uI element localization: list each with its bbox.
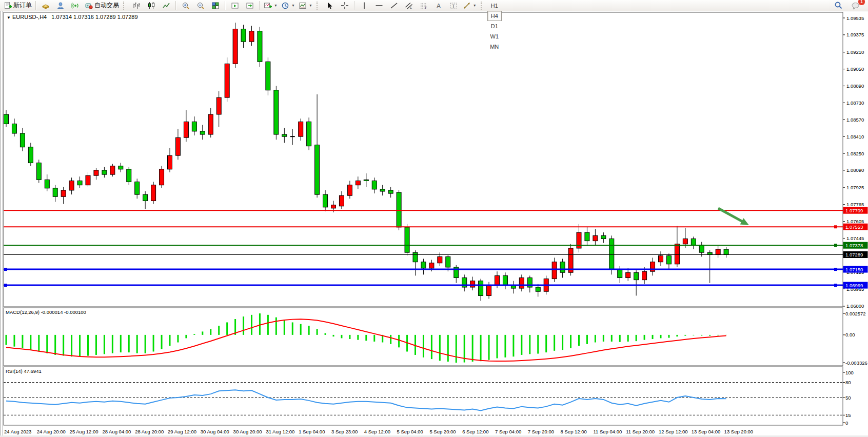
indicators-button[interactable]: ▼ bbox=[262, 0, 279, 11]
svg-text:13 Sep 04:00: 13 Sep 04:00 bbox=[692, 429, 721, 434]
new-order-icon bbox=[4, 2, 12, 10]
periods-button[interactable]: ▼ bbox=[280, 0, 297, 11]
candlestick-chart-button[interactable] bbox=[144, 0, 159, 11]
timeframe-H4[interactable]: H4 bbox=[487, 11, 502, 21]
signals-button[interactable] bbox=[68, 0, 83, 11]
bear-candle bbox=[405, 227, 409, 252]
bear-candle bbox=[127, 169, 131, 182]
svg-text:1.07765: 1.07765 bbox=[846, 202, 864, 207]
bull-candle bbox=[160, 169, 164, 185]
bull-candle bbox=[429, 263, 434, 268]
line-anchor[interactable] bbox=[834, 225, 837, 228]
timeframe-H1[interactable]: H1 bbox=[487, 1, 502, 11]
chevron-down-icon: ▼ bbox=[473, 4, 477, 7]
svg-text:5 Sep 04:00: 5 Sep 04:00 bbox=[397, 429, 423, 434]
timeframe-toolbar: M1M5M15M30H1H4D1W1MN bbox=[487, 0, 502, 52]
bear-candle bbox=[618, 269, 622, 277]
bear-candle bbox=[707, 252, 712, 254]
bear-candle bbox=[12, 124, 16, 133]
bull-candle bbox=[225, 64, 229, 97]
bull-candle bbox=[69, 181, 74, 190]
equidistant-channel-button[interactable]: E bbox=[402, 0, 416, 11]
svg-text:24 Aug 20:00: 24 Aug 20:00 bbox=[37, 429, 66, 434]
timeframe-W1[interactable]: W1 bbox=[487, 31, 502, 42]
toolbar-grip bbox=[317, 2, 320, 10]
bull-candle bbox=[642, 271, 647, 280]
auto-trading-button[interactable]: 自动交易 bbox=[83, 0, 121, 11]
time-axis[interactable]: 24 Aug 202324 Aug 20:0025 Aug 12:0028 Au… bbox=[4, 429, 753, 434]
trendline-button[interactable] bbox=[387, 0, 401, 11]
svg-text:15: 15 bbox=[845, 412, 851, 418]
svg-text:100: 100 bbox=[845, 370, 854, 375]
chart-shift-button[interactable] bbox=[243, 0, 257, 11]
zoom-out-button[interactable] bbox=[193, 0, 208, 11]
timeframe-MN[interactable]: MN bbox=[487, 42, 502, 52]
notification-badge: 1 bbox=[858, 0, 865, 6]
bull-candle bbox=[175, 137, 180, 155]
bear-candle bbox=[585, 232, 589, 241]
bear-candle bbox=[397, 192, 401, 227]
text-label-button[interactable]: T bbox=[446, 0, 461, 11]
bear-candle bbox=[691, 239, 696, 245]
bear-candle bbox=[421, 262, 426, 268]
bear-candle bbox=[192, 122, 196, 131]
crosshair-button[interactable] bbox=[338, 0, 352, 11]
cursor-button[interactable] bbox=[323, 0, 337, 11]
fibonacci-button[interactable]: F bbox=[417, 0, 431, 11]
svg-text:1.08250: 1.08250 bbox=[846, 151, 864, 156]
bull-candle bbox=[331, 205, 336, 208]
line-anchor[interactable] bbox=[4, 284, 7, 287]
line-anchor[interactable] bbox=[834, 244, 837, 247]
auto-scroll-button[interactable] bbox=[228, 0, 242, 11]
zoom-in-button[interactable] bbox=[179, 0, 193, 11]
svg-text:-0.003326: -0.003326 bbox=[845, 360, 867, 366]
bull-candle bbox=[659, 255, 663, 262]
bear-candle bbox=[28, 147, 33, 163]
bar-chart-button[interactable] bbox=[129, 0, 144, 11]
bear-candle bbox=[536, 287, 540, 291]
macd-indicator-label: MACD(12,26,9) -0.000014 -0.000100 bbox=[6, 309, 86, 315]
symbol-dropdown-icon[interactable]: ▼ bbox=[7, 15, 11, 20]
tile-windows-button[interactable] bbox=[208, 0, 223, 11]
svg-text:80: 80 bbox=[845, 380, 851, 385]
separator bbox=[225, 1, 226, 10]
line-chart-button[interactable] bbox=[159, 0, 173, 11]
bull-candle bbox=[519, 278, 524, 289]
bull-candle bbox=[94, 170, 98, 175]
line-anchor[interactable] bbox=[834, 268, 837, 271]
svg-text:1.08090: 1.08090 bbox=[846, 167, 864, 173]
line-anchor[interactable] bbox=[834, 284, 837, 287]
svg-text:1.09535: 1.09535 bbox=[846, 15, 864, 21]
market-button[interactable] bbox=[53, 0, 68, 11]
chart-title: ▼ EURUSD-,H4 1.07314 1.07316 1.07289 1.0… bbox=[7, 14, 138, 20]
horizontal-line-button[interactable] bbox=[372, 0, 386, 11]
separator bbox=[354, 1, 355, 10]
bear-candle bbox=[323, 194, 328, 207]
vertical-line-button[interactable] bbox=[357, 0, 371, 11]
price-tag-label: 1.07150 bbox=[845, 267, 863, 272]
search-button[interactable] bbox=[831, 0, 845, 11]
line-anchor[interactable] bbox=[4, 268, 7, 271]
arrows-button[interactable]: ▼ bbox=[461, 0, 478, 11]
bull-candle bbox=[216, 97, 221, 114]
bear-candle bbox=[241, 29, 246, 42]
svg-text:1.06800: 1.06800 bbox=[846, 303, 864, 309]
timeframe-D1[interactable]: D1 bbox=[487, 21, 502, 31]
bear-candle bbox=[380, 189, 385, 191]
bull-candle bbox=[249, 31, 254, 42]
templates-button[interactable]: ▼ bbox=[297, 0, 314, 11]
chart-canvas[interactable]: 1.095351.093751.092101.090501.088901.087… bbox=[0, 11, 868, 437]
bear-candle bbox=[372, 181, 377, 189]
bear-candle bbox=[388, 190, 393, 193]
rsi-value: 47.6941 bbox=[24, 368, 41, 374]
metaeditor-button[interactable] bbox=[38, 0, 53, 11]
bull-candle bbox=[233, 29, 238, 64]
bull-candle bbox=[299, 122, 303, 136]
bull-candle bbox=[577, 232, 581, 248]
horizontal-line-icon bbox=[375, 2, 383, 10]
arrows-icon bbox=[463, 2, 471, 10]
notifications-button[interactable]: 1 bbox=[849, 0, 863, 11]
new-order-button[interactable]: 新订单 bbox=[2, 0, 33, 11]
text-button[interactable]: A bbox=[431, 0, 446, 11]
bear-candle bbox=[258, 31, 262, 62]
